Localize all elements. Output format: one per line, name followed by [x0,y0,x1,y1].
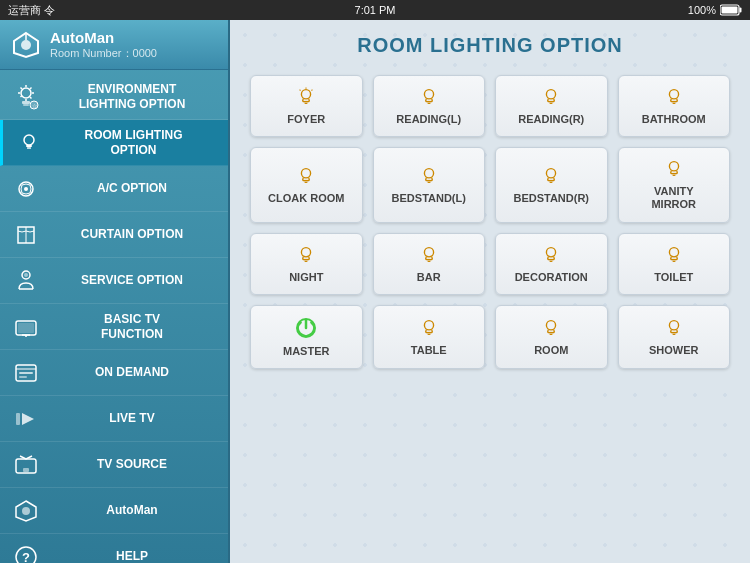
svg-rect-21 [27,147,31,149]
bulb-icon-vanity-mirror [663,158,685,180]
brand-name: AutoMan [50,29,157,46]
sidebar: AutoMan Room Number：0000 [0,20,230,563]
env-light-icon: ☆ [8,79,44,115]
svg-rect-1 [740,8,742,13]
btn-room[interactable]: ROOM [495,305,608,369]
svg-rect-38 [16,413,20,425]
btn-bathroom[interactable]: BATHROOM [618,75,731,137]
sidebar-item-live-tv[interactable]: LIVE TV [0,396,228,442]
sidebar-item-help[interactable]: ? HELP [0,534,228,563]
svg-rect-15 [22,101,30,104]
svg-line-13 [30,87,32,89]
tv-source-icon [8,447,44,483]
btn-bedstand-l[interactable]: BEDSTAND(L) [373,147,486,222]
sidebar-item-on-demand[interactable]: ON DEMAND [0,350,228,396]
main-content: ROOM LIGHTING OPTION FOYER [230,20,750,563]
carrier-text: 运营商 令 [8,3,55,18]
svg-point-72 [302,247,311,256]
tv-icon [8,309,44,345]
svg-rect-20 [26,145,32,147]
svg-rect-35 [19,372,33,374]
bulb-icon-reading-l [418,86,440,108]
sidebar-item-curtain[interactable]: CURTAIN OPTION [0,212,228,258]
bulb-icon-shower [663,317,685,339]
sidebar-item-tv-source[interactable]: TV SOURCE [0,442,228,488]
status-battery: 100% [688,4,742,16]
automan-icon [8,493,44,529]
btn-cloak-room[interactable]: CLOAK ROOM [250,147,363,222]
svg-point-78 [547,247,556,256]
sidebar-brand: AutoMan Room Number：0000 [50,29,157,61]
svg-line-12 [30,97,32,99]
sidebar-item-environment-lighting[interactable]: ☆ ENVIRONMENT LIGHTING OPTION [0,74,228,120]
svg-point-66 [547,168,556,177]
battery-icon [720,4,742,16]
sidebar-header: AutoMan Room Number：0000 [0,20,228,70]
bulb-icon-bathroom [663,86,685,108]
bulb-icon-bar [418,244,440,266]
bulb-icon-night [295,244,317,266]
btn-decoration[interactable]: DECORATION [495,233,608,295]
btn-toilet[interactable]: TOILET [618,233,731,295]
app-container: AutoMan Room Number：0000 [0,20,750,563]
help-icon: ? [8,539,44,564]
demand-icon [8,355,44,391]
btn-vanity-mirror[interactable]: VANITY MIRROR [618,147,731,222]
svg-text:☆: ☆ [32,103,37,109]
svg-line-50 [312,90,313,91]
svg-rect-40 [23,468,29,472]
svg-text:?: ? [22,550,30,564]
sidebar-item-service[interactable]: SERVICE OPTION [0,258,228,304]
bulb-icon-decoration [540,244,562,266]
btn-foyer[interactable]: FOYER [250,75,363,137]
svg-point-27 [24,273,28,277]
live-tv-icon [8,401,44,437]
sidebar-item-room-lighting[interactable]: ROOM LIGHTING OPTION [0,120,228,166]
svg-point-88 [547,320,556,329]
room-number: Room Number：0000 [50,46,157,61]
svg-point-91 [669,320,678,329]
svg-point-75 [424,247,433,256]
status-carrier: 运营商 令 [8,3,55,18]
svg-point-57 [669,90,678,99]
sidebar-item-automan[interactable]: AutoMan [0,488,228,534]
btn-reading-l[interactable]: READING(L) [373,75,486,137]
svg-point-42 [22,507,30,515]
btn-master[interactable]: MASTER [250,305,363,369]
svg-point-63 [424,168,433,177]
bulb-icon-foyer [295,86,317,108]
btn-night[interactable]: NIGHT [250,233,363,295]
svg-point-81 [669,247,678,256]
lighting-grid: FOYER READING(L) READING(R) [230,67,750,379]
power-icon-master [294,316,318,340]
bulb-icon-toilet [663,244,685,266]
svg-line-11 [21,87,23,89]
svg-point-69 [669,162,678,171]
svg-rect-30 [18,323,34,333]
bulb-icon-reading-r [540,86,562,108]
sidebar-item-basic-tv[interactable]: BASIC TV FUNCTION [0,304,228,350]
svg-marker-37 [22,413,34,425]
btn-shower[interactable]: SHOWER [618,305,731,369]
automan-logo-icon [10,29,42,61]
btn-bar[interactable]: BAR [373,233,486,295]
svg-point-85 [424,320,433,329]
status-bar: 运营商 令 7:01 PM 100% [0,0,750,20]
ac-icon [8,171,44,207]
svg-rect-16 [23,104,29,106]
svg-rect-36 [19,376,27,378]
btn-table[interactable]: TABLE [373,305,486,369]
svg-line-49 [300,90,301,91]
main-header: ROOM LIGHTING OPTION [230,20,750,67]
svg-point-4 [21,40,31,50]
svg-point-6 [21,88,31,98]
svg-point-60 [302,168,311,177]
sidebar-item-ac[interactable]: A/C OPTION [0,166,228,212]
btn-reading-r[interactable]: READING(R) [495,75,608,137]
room-light-icon [11,125,47,161]
btn-bedstand-r[interactable]: BEDSTAND(R) [495,147,608,222]
svg-point-45 [302,90,311,99]
svg-point-54 [547,90,556,99]
bulb-icon-table [418,317,440,339]
bulb-icon-cloak-room [295,165,317,187]
